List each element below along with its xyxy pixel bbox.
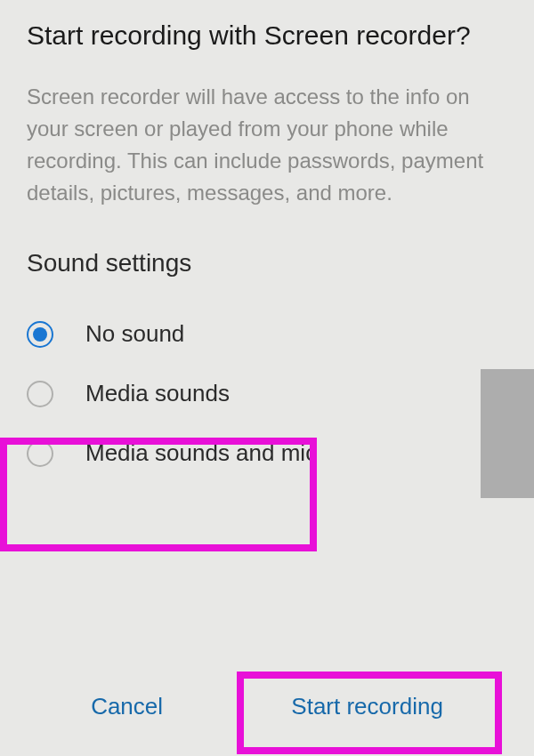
radio-option-media-and-mic[interactable]: Media sounds and mic xyxy=(18,423,507,483)
radio-label: Media sounds and mic xyxy=(85,439,317,467)
screen-recorder-dialog: Start recording with Screen recorder? Sc… xyxy=(0,0,534,483)
decorative-block xyxy=(481,369,534,498)
sound-options-group: No sound Media sounds Media sounds and m… xyxy=(18,304,507,483)
dialog-title: Start recording with Screen recorder? xyxy=(27,18,507,52)
dialog-buttons: Cancel Start recording xyxy=(0,682,534,731)
radio-label: Media sounds xyxy=(85,380,230,407)
start-recording-button[interactable]: Start recording xyxy=(273,682,461,731)
radio-icon xyxy=(27,321,53,348)
radio-label: No sound xyxy=(85,320,184,348)
radio-icon xyxy=(27,381,53,407)
sound-settings-heading: Sound settings xyxy=(27,249,507,277)
radio-option-media-sounds[interactable]: Media sounds xyxy=(18,364,507,423)
cancel-button[interactable]: Cancel xyxy=(73,682,181,731)
dialog-description: Screen recorder will have access to the … xyxy=(27,81,507,209)
radio-option-no-sound[interactable]: No sound xyxy=(18,304,507,364)
radio-icon xyxy=(27,440,53,467)
